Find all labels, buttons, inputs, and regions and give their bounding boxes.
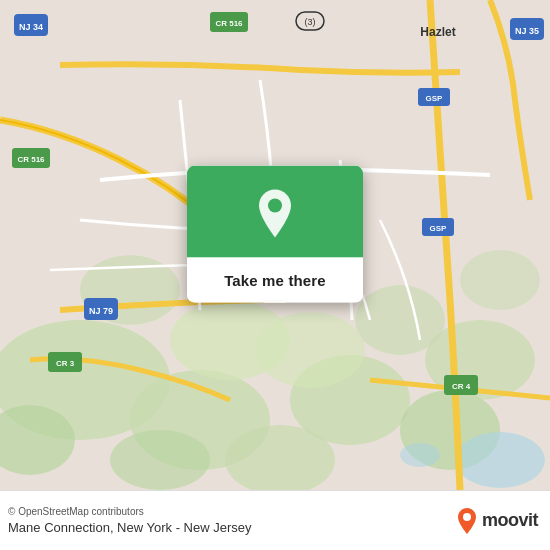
svg-point-37 (268, 199, 282, 213)
svg-text:NJ 34: NJ 34 (19, 22, 43, 32)
popup-header (187, 166, 363, 258)
moovit-logo: moovit (456, 507, 538, 535)
svg-text:CR 516: CR 516 (215, 19, 243, 28)
moovit-brand-text: moovit (482, 510, 538, 531)
svg-text:CR 3: CR 3 (56, 359, 75, 368)
svg-point-11 (110, 430, 210, 490)
map-view[interactable]: NJ 34 CR 516 (3) NJ 35 Hazlet GSP GSP CR… (0, 0, 550, 490)
svg-text:CR 4: CR 4 (452, 382, 471, 391)
svg-text:GSP: GSP (426, 94, 444, 103)
svg-point-13 (255, 312, 365, 388)
svg-point-10 (460, 250, 540, 310)
take-me-there-button[interactable]: Take me there (187, 258, 363, 303)
moovit-pin-icon (456, 507, 478, 535)
svg-text:CR 516: CR 516 (17, 155, 45, 164)
svg-point-14 (455, 432, 545, 488)
map-pin-icon (253, 188, 297, 240)
bottom-bar: © OpenStreetMap contributors Mane Connec… (0, 490, 550, 550)
svg-text:NJ 35: NJ 35 (515, 26, 539, 36)
location-popup: Take me there (187, 166, 363, 303)
svg-text:NJ 79: NJ 79 (89, 306, 113, 316)
copyright-text: © OpenStreetMap contributors (8, 506, 456, 517)
svg-text:Hazlet: Hazlet (420, 25, 455, 39)
location-name: Mane Connection, New York - New Jersey (8, 520, 446, 535)
svg-point-38 (463, 513, 471, 521)
svg-text:GSP: GSP (430, 224, 448, 233)
svg-point-15 (400, 443, 440, 467)
svg-text:(3): (3) (305, 17, 316, 27)
